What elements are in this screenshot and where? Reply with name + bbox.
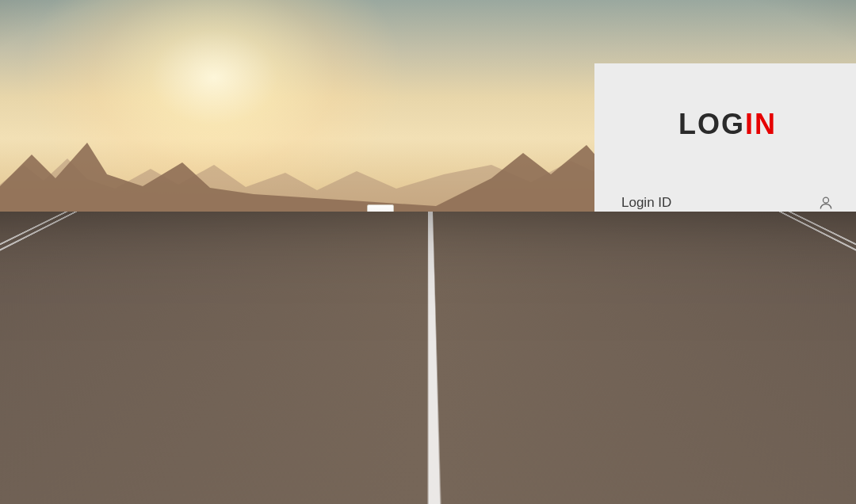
password-field[interactable]: Password	[621, 250, 834, 282]
login-title-part2: IN	[745, 108, 777, 140]
forgot-password-link[interactable]: Forgot password	[748, 296, 834, 308]
login-title-part1: LOG	[678, 108, 745, 140]
login-id-field[interactable]: Login ID	[621, 190, 834, 223]
hero-headline-part1: ANAGE	[0, 239, 120, 274]
hero-headline: ANAGEYOUR FREIGHT	[0, 240, 444, 273]
truck-illustration	[364, 204, 397, 244]
login-button[interactable]: Login	[668, 355, 787, 390]
login-title: LOGIN	[621, 108, 834, 141]
login-panel: LOGIN Login ID Password Forgot password …	[594, 63, 856, 504]
hero-headline-part2: YOUR FREIGHT	[132, 239, 385, 274]
hero-subtext: provide a unified and proactive way to i…	[0, 292, 444, 341]
forgot-password-row: Forgot password	[621, 295, 834, 309]
hero-text-block: ANAGEYOUR FREIGHT provide a unified and …	[0, 240, 444, 341]
